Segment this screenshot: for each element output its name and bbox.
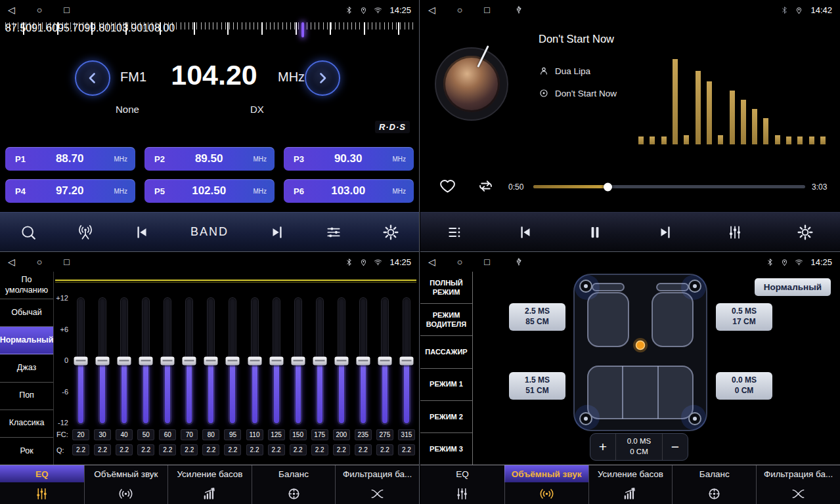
slider-handle[interactable] bbox=[356, 357, 370, 366]
mode-3[interactable]: РЕЖИМ 3 bbox=[420, 433, 472, 465]
seek-next-button[interactable] bbox=[269, 224, 286, 241]
bass-tab-icon[interactable] bbox=[167, 482, 252, 504]
balance-tab-icon[interactable] bbox=[672, 482, 756, 504]
eq-band-slider[interactable] bbox=[143, 298, 149, 424]
tune-up-button[interactable] bbox=[305, 60, 340, 96]
sound-profile-button[interactable]: Нормальный bbox=[755, 278, 831, 296]
eq-band-slider[interactable] bbox=[186, 298, 192, 424]
tab-bass-boost[interactable]: Усиление басов bbox=[588, 465, 673, 482]
eq-preset-default[interactable]: По умолчанию bbox=[0, 272, 53, 299]
radio-preset-button[interactable]: P3 90.30 MHz bbox=[284, 147, 414, 171]
band-q-value[interactable]: 2.2 bbox=[181, 444, 198, 455]
back-button[interactable]: ◁ bbox=[8, 257, 15, 267]
band-q-value[interactable]: 2.2 bbox=[159, 444, 176, 455]
tab-bass-boost[interactable]: Усиление басов bbox=[167, 465, 252, 482]
recents-button[interactable]: □ bbox=[64, 5, 69, 15]
previous-track-button[interactable] bbox=[517, 224, 534, 241]
slider-handle[interactable] bbox=[248, 357, 261, 366]
slider-handle[interactable] bbox=[204, 357, 218, 366]
radio-preset-button[interactable]: P1 88.70 MHz bbox=[5, 147, 135, 171]
mode-full[interactable]: ПОЛНЫЙ РЕЖИМ bbox=[420, 272, 472, 304]
eq-band-slider[interactable] bbox=[99, 298, 106, 424]
band-frequency-value[interactable]: 235 bbox=[355, 429, 372, 440]
band-q-value[interactable]: 2.2 bbox=[268, 444, 285, 455]
eq-tab-icon[interactable] bbox=[0, 482, 84, 504]
band-frequency-value[interactable]: 275 bbox=[376, 429, 393, 440]
tune-down-button[interactable] bbox=[75, 60, 110, 96]
band-frequency-value[interactable]: 80 bbox=[202, 429, 219, 440]
eq-band-slider[interactable] bbox=[403, 298, 410, 424]
recents-button[interactable]: □ bbox=[484, 257, 489, 267]
eq-preset-pop[interactable]: Поп bbox=[0, 383, 53, 410]
band-q-value[interactable]: 2.2 bbox=[224, 444, 241, 455]
filter-tab-icon[interactable] bbox=[335, 482, 419, 504]
eq-band-slider[interactable] bbox=[317, 298, 323, 424]
radio-preset-button[interactable]: P2 89.50 MHz bbox=[144, 147, 275, 171]
eq-preset-classic[interactable]: Классика bbox=[0, 410, 53, 438]
back-button[interactable]: ◁ bbox=[8, 5, 15, 15]
band-frequency-value[interactable]: 150 bbox=[290, 429, 307, 440]
radio-preset-button[interactable]: P6 103.00 MHz bbox=[284, 179, 414, 203]
eq-band-slider[interactable] bbox=[77, 298, 84, 424]
eq-band-slider[interactable] bbox=[338, 298, 345, 424]
eq-band-slider[interactable] bbox=[295, 298, 301, 424]
band-frequency-value[interactable]: 50 bbox=[137, 429, 154, 440]
eq-preset-rock[interactable]: Рок bbox=[0, 438, 53, 465]
band-q-value[interactable]: 2.2 bbox=[398, 444, 415, 455]
equalizer-button[interactable] bbox=[325, 224, 342, 241]
slider-handle[interactable] bbox=[291, 357, 305, 366]
band-frequency-value[interactable]: 30 bbox=[94, 429, 111, 440]
delay-front-right-button[interactable]: 0.5 MS 17 CM bbox=[716, 303, 772, 331]
eq-band-slider[interactable] bbox=[164, 298, 171, 424]
band-q-value[interactable]: 2.2 bbox=[116, 444, 133, 455]
band-q-value[interactable]: 2.2 bbox=[72, 444, 89, 455]
mode-2[interactable]: РЕЖИМ 2 bbox=[420, 401, 472, 433]
broadcast-button[interactable] bbox=[77, 224, 94, 241]
mode-driver[interactable]: РЕЖИМ ВОДИТЕЛЯ bbox=[420, 304, 472, 336]
slider-handle[interactable] bbox=[183, 357, 196, 366]
slider-handle[interactable] bbox=[226, 357, 240, 366]
balance-tab-icon[interactable] bbox=[252, 482, 336, 504]
band-frequency-value[interactable]: 95 bbox=[224, 429, 241, 440]
repeat-button[interactable] bbox=[477, 177, 495, 197]
slider-handle[interactable] bbox=[96, 357, 110, 366]
progress-fill[interactable] bbox=[533, 185, 608, 188]
delay-rear-right-button[interactable]: 0.0 MS 0 CM bbox=[716, 372, 772, 400]
mode-passenger[interactable]: ПАССАЖИР bbox=[420, 336, 472, 368]
tab-filter[interactable]: Фильтрация ба... bbox=[756, 465, 840, 482]
home-button[interactable]: ○ bbox=[457, 257, 462, 267]
band-frequency-value[interactable]: 125 bbox=[268, 429, 285, 440]
eq-band-slider[interactable] bbox=[273, 298, 280, 424]
band-frequency-value[interactable]: 315 bbox=[398, 429, 415, 440]
band-q-value[interactable]: 2.2 bbox=[94, 444, 111, 455]
filter-tab-icon[interactable] bbox=[756, 482, 840, 504]
band-frequency-value[interactable]: 70 bbox=[181, 429, 198, 440]
settings-button[interactable] bbox=[797, 224, 814, 241]
band-frequency-value[interactable]: 60 bbox=[159, 429, 176, 440]
tab-filter[interactable]: Фильтрация ба... bbox=[335, 465, 419, 482]
scan-button[interactable] bbox=[20, 224, 37, 241]
tab-balance[interactable]: Баланс bbox=[252, 465, 336, 482]
band-q-value[interactable]: 2.2 bbox=[137, 444, 154, 455]
band-switch-button[interactable]: BAND bbox=[190, 225, 229, 239]
tab-eq[interactable]: EQ bbox=[420, 465, 504, 482]
pause-button[interactable] bbox=[586, 224, 604, 241]
band-q-value[interactable]: 2.2 bbox=[290, 444, 307, 455]
eq-band-slider[interactable] bbox=[208, 298, 214, 424]
tab-surround[interactable]: Объёмный звук bbox=[84, 465, 168, 482]
slider-handle[interactable] bbox=[378, 357, 391, 366]
slider-handle[interactable] bbox=[161, 357, 175, 366]
radio-preset-button[interactable]: P5 102.50 MHz bbox=[144, 179, 275, 203]
bass-tab-icon[interactable] bbox=[588, 482, 673, 504]
band-frequency-value[interactable]: 175 bbox=[311, 429, 328, 440]
recents-button[interactable]: □ bbox=[484, 5, 489, 15]
tab-surround[interactable]: Объёмный звук bbox=[504, 465, 588, 482]
mixer-button[interactable] bbox=[726, 224, 743, 241]
recents-button[interactable]: □ bbox=[64, 257, 69, 267]
tab-eq[interactable]: EQ bbox=[0, 465, 84, 482]
slider-handle[interactable] bbox=[313, 357, 326, 366]
back-button[interactable]: ◁ bbox=[428, 257, 435, 267]
eq-preset-custom[interactable]: Обычай bbox=[0, 299, 53, 327]
frequency-scale[interactable]: 87.5091.6095.7099.80103.90108.00 bbox=[5, 22, 414, 54]
delay-rear-left-button[interactable]: 1.5 MS 51 CM bbox=[509, 372, 565, 400]
